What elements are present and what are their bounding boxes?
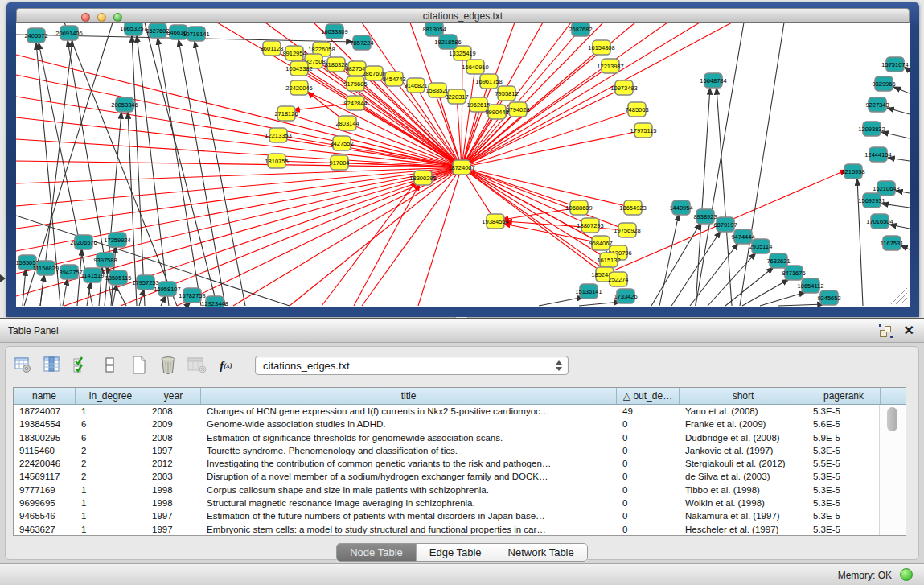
table-row[interactable]: 946362711997Embryonic stem cells: a mode…	[14, 523, 906, 536]
graph-node[interactable]: 9329966	[872, 76, 895, 91]
table-cell[interactable]: Genome-wide association studies in ADHD.	[201, 418, 617, 431]
graph-node[interactable]: 17016504	[866, 214, 893, 229]
table-cell[interactable]: 6	[76, 418, 146, 431]
show-columns-button[interactable]	[43, 356, 62, 375]
graph-node[interactable]: 8220317	[445, 89, 468, 104]
graph-node[interactable]: 2803144	[335, 116, 359, 130]
float-panel-icon[interactable]	[880, 325, 892, 337]
window-titlebar[interactable]: citations_edges.txt	[16, 8, 910, 23]
graph-node[interactable]: 8601128	[261, 41, 284, 56]
table-cell[interactable]: 5.3E-5	[807, 496, 881, 509]
graph-node[interactable]: 2405572	[24, 28, 47, 43]
table-cell[interactable]: 5.3E-5	[807, 484, 881, 496]
table-cell[interactable]: 18300295	[14, 431, 76, 444]
graph-node[interactable]: 18654923	[619, 200, 646, 215]
table-cell[interactable]: 5.3E-5	[807, 509, 881, 522]
tab-node-table[interactable]: Node Table	[337, 544, 417, 561]
graph-node[interactable]: 7955812	[495, 86, 518, 101]
table-cell[interactable]: 19384554	[14, 418, 76, 431]
table-row[interactable]: 1872400712008Changes of HCN gene express…	[14, 405, 906, 418]
graph-node[interactable]: 15136141	[575, 284, 602, 299]
graph-node[interactable]: 8471676	[782, 266, 805, 280]
graph-node[interactable]: 13505115	[105, 270, 132, 285]
graph-node[interactable]: 6879197	[713, 217, 737, 232]
table-cell[interactable]: 5.3E-5	[807, 444, 881, 457]
table-cell[interactable]: 5.6E-5	[807, 418, 881, 431]
graph-node[interactable]: 17975115	[630, 123, 657, 138]
table-cell[interactable]: Changes of HCN gene expression and I(f) …	[201, 405, 617, 418]
table-cell[interactable]: de Silva et al. (2003)	[680, 470, 807, 483]
graph-node[interactable]: 10653257	[120, 23, 146, 35]
graph-node[interactable]: 20691406	[55, 26, 82, 40]
table-cell[interactable]: Jankovic et al. (1997)	[680, 444, 807, 457]
table-cell[interactable]: 1	[76, 523, 146, 536]
graph-node[interactable]: 12093832	[858, 122, 885, 136]
table-cell[interactable]: 2003	[146, 470, 201, 483]
graph-node[interactable]: 16961758	[475, 74, 502, 89]
graph-node[interactable]: 11156829	[33, 261, 59, 275]
table-cell[interactable]: Franke et al. (2009)	[680, 418, 807, 431]
table-options-button[interactable]	[14, 356, 33, 375]
table-cell[interactable]: 6	[76, 431, 146, 444]
network-table-selector[interactable]: citations_edges.txt	[255, 356, 569, 375]
table-cell[interactable]: 1998	[146, 484, 201, 496]
graph-node[interactable]: 9227343	[865, 97, 889, 112]
table-cell[interactable]: Tourette syndrome. Phenomenology and cla…	[201, 444, 617, 457]
table-cell[interactable]: 1	[76, 484, 146, 496]
column-header-short[interactable]: short	[680, 388, 807, 404]
column-header-title[interactable]: title	[201, 388, 617, 404]
table-cell[interactable]: 2	[76, 457, 146, 470]
table-cell[interactable]: 0	[617, 496, 680, 509]
table-cell[interactable]: 0	[617, 509, 680, 522]
column-header-in_degree[interactable]: in_degree	[76, 388, 146, 404]
table-cell[interactable]: 9699695	[14, 496, 76, 509]
table-row[interactable]: 1830029562008Estimation of significance …	[14, 431, 906, 444]
graph-node[interactable]: 9990448	[485, 105, 508, 119]
table-cell[interactable]: 14569117	[14, 470, 76, 483]
graph-node[interactable]: 7857224	[350, 35, 373, 50]
table-cell[interactable]: 2012	[146, 457, 201, 470]
table-cell[interactable]: 49	[617, 405, 680, 418]
graph-node[interactable]: 16033809	[321, 24, 347, 39]
table-cell[interactable]: 2	[76, 470, 146, 483]
graph-node[interactable]: 917004	[329, 155, 349, 170]
table-cell[interactable]: 5.9E-5	[807, 431, 881, 444]
graph-node[interactable]: 1167531	[881, 236, 904, 250]
table-cell[interactable]: Estimation of the future numbers of pati…	[201, 509, 617, 522]
table-cell[interactable]: Dudbridge et al. (2008)	[680, 431, 807, 444]
graph-node[interactable]: 1810755	[265, 154, 288, 168]
table-cell[interactable]: 2008	[146, 405, 201, 418]
table-cell[interactable]: Yano et al. (2008)	[680, 405, 807, 418]
graph-node[interactable]: 16648784	[700, 73, 726, 88]
tab-edge-table[interactable]: Edge Table	[417, 544, 495, 561]
graph-node[interactable]: 7485063	[625, 102, 648, 117]
table-cell[interactable]: 18724007	[14, 405, 76, 418]
graph-node[interactable]: 8427552	[330, 136, 353, 150]
graph-node[interactable]: 12444154	[864, 147, 891, 162]
scrollbar-thumb[interactable]	[887, 407, 897, 431]
graph-node[interactable]: 8186328	[324, 57, 347, 72]
close-panel-icon[interactable]: ✕	[904, 323, 914, 339]
table-cell[interactable]: 5.5E-5	[807, 457, 881, 470]
table-cell[interactable]: 1997	[146, 523, 201, 536]
table-cell[interactable]: 2008	[146, 431, 201, 444]
table-cell[interactable]: 0	[617, 418, 680, 431]
table-cell[interactable]: 1	[76, 509, 146, 522]
graph-node[interactable]: 18807293	[577, 218, 603, 233]
graph-node[interactable]: 10688609	[565, 200, 592, 215]
function-builder-button[interactable]: f(x)	[216, 356, 236, 375]
table-row[interactable]: 1938455462009Genome-wide association stu…	[14, 418, 906, 431]
new-column-button[interactable]	[129, 356, 149, 375]
table-cell[interactable]: 0	[617, 523, 680, 536]
table-row[interactable]: 977716911998Corpus callosum shape and si…	[14, 484, 906, 496]
table-cell[interactable]: 2	[76, 444, 146, 457]
table-cell[interactable]: 5.3E-5	[807, 405, 881, 418]
tab-network-table[interactable]: Network Table	[495, 544, 587, 561]
table-cell[interactable]: Disruption of a novel member of a sodium…	[201, 470, 617, 483]
table-cell[interactable]: 0	[617, 484, 680, 496]
graph-node[interactable]: 2718126	[274, 106, 298, 121]
row-options-button[interactable]	[101, 356, 120, 375]
table-cell[interactable]: Nakamura et al. (1997)	[680, 509, 807, 522]
table-cell[interactable]: Embryonic stem cells: a model to study s…	[201, 523, 617, 536]
column-header-out_de[interactable]: △ out_de…	[617, 388, 680, 404]
